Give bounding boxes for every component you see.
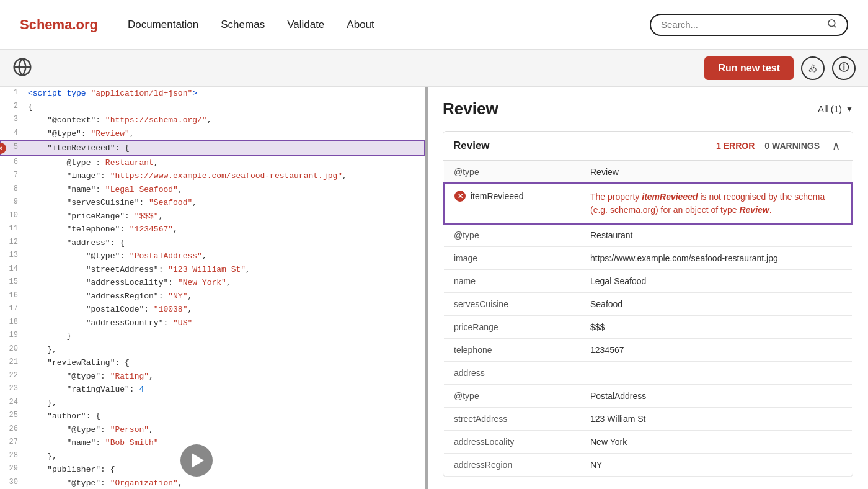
code-line: 6 @type : Restaurant, (1, 156, 425, 170)
code-line: 24 }, (1, 397, 425, 410)
line-number: 11 (1, 223, 23, 236)
row-label: servesCuisine (444, 293, 580, 316)
line-content: "name": "Legal Seafood", (23, 183, 425, 197)
error-dot-icon: ✕ (454, 191, 466, 202)
code-line: 23 "ratingValue": 4 (1, 383, 425, 397)
code-line: 8 "name": "Legal Seafood", (1, 183, 425, 197)
search-input[interactable] (661, 19, 822, 30)
nav-right (650, 14, 848, 36)
row-label: streetAddress (444, 408, 580, 431)
error-msg-type: Review (739, 205, 769, 215)
line-content: "addressLocality": "New York", (23, 276, 425, 290)
results-header: Review All (1) ▼ (443, 99, 853, 119)
logo[interactable]: Schema.org (20, 17, 98, 33)
row-value: PostalAddress (580, 385, 852, 408)
lang-icon: あ (808, 63, 817, 74)
table-row: @type PostalAddress (444, 385, 852, 408)
line-number: 7 (1, 169, 23, 183)
line-number: 24 (1, 397, 23, 410)
nav-schemas[interactable]: Schemas (221, 19, 265, 31)
line-number: 5✕ (1, 141, 23, 156)
code-line: 25 "author": { (1, 410, 425, 423)
code-line: 17 "postalCode": "10038", (1, 303, 425, 316)
run-new-test-button[interactable]: Run new test (704, 56, 794, 80)
code-line: 21 "reviewRating": { (1, 356, 425, 370)
line-content: "@type": "PostalAddress", (23, 249, 425, 263)
play-button[interactable] (180, 444, 213, 477)
line-number: 9 (1, 196, 23, 210)
row-label: @type (444, 385, 580, 408)
top-nav: Schema.org Documentation Schemas Validat… (0, 0, 868, 50)
collapse-button[interactable]: ∧ (830, 139, 843, 153)
error-msg-pre: The property (590, 192, 642, 202)
code-line: 18 "addressCountry": "US" (1, 316, 425, 330)
line-number: 2 (1, 101, 23, 114)
line-number: 21 (1, 356, 23, 370)
row-value: NY (580, 454, 852, 477)
row-label: name (444, 270, 580, 293)
line-number: 15 (1, 276, 23, 290)
results-filter-button[interactable]: All (1) ▼ (818, 104, 853, 114)
line-number: 8 (1, 183, 23, 197)
table-row: priceRange $$$ (444, 316, 852, 339)
filter-label: All (1) (818, 104, 842, 114)
table-row: @type Restaurant (444, 223, 852, 247)
line-content: "@type": "Rating", (23, 370, 425, 384)
error-table-row: ✕ itemRevieeed The property itemRevieeed… (444, 184, 852, 223)
error-indicator-icon: ✕ (0, 143, 6, 154)
nav-about[interactable]: About (347, 19, 374, 31)
error-msg-key: itemRevieeed (642, 192, 698, 202)
line-content: "name": "Bob Smith" (23, 436, 425, 450)
code-line: 12 "address": { (1, 236, 425, 250)
nav-links: Documentation Schemas Validate About (128, 19, 650, 31)
line-content: { (23, 101, 425, 114)
line-number: 17 (1, 303, 23, 316)
code-line: 11 "telephone": "1234567", (1, 223, 425, 236)
code-line: 10 "priceRange": "$$$", (1, 210, 425, 223)
nav-documentation[interactable]: Documentation (128, 19, 198, 31)
code-line: 5✕ "itemRevieeed": { (1, 141, 425, 156)
line-number: 12 (1, 236, 23, 250)
table-row: name Legal Seafood (444, 270, 852, 293)
row-label: addressLocality (444, 431, 580, 454)
toolbar: Run new test あ ⓘ (0, 50, 868, 87)
search-icon (827, 19, 837, 31)
error-count: 1 ERROR (716, 141, 755, 151)
line-content: "@type": "Person", (23, 423, 425, 437)
code-line: 20 }, (1, 343, 425, 357)
line-content: }, (23, 450, 425, 464)
line-content: "priceRange": "$$$", (23, 210, 425, 223)
code-line: 13 "@type": "PostalAddress", (1, 249, 425, 263)
line-content: <script type="application/ld+json"> (23, 87, 425, 101)
line-number: 27 (1, 436, 23, 450)
line-number: 20 (1, 343, 23, 357)
row-label: addressRegion (444, 454, 580, 477)
info-button[interactable]: ⓘ (832, 56, 856, 80)
line-content: }, (23, 397, 425, 410)
line-number: 16 (1, 290, 23, 303)
row-value: New York (580, 431, 852, 454)
row-value: $$$ (580, 316, 852, 339)
code-line: 30 "@type": "Organization", (1, 477, 425, 490)
lang-button[interactable]: あ (801, 56, 825, 80)
code-panel[interactable]: 1<script type="application/ld+json">2{3 … (0, 87, 428, 489)
line-content: } (23, 330, 425, 343)
row-label: address (444, 362, 580, 385)
svg-point-0 (828, 20, 835, 27)
error-msg-end: . (769, 205, 772, 215)
nav-validate[interactable]: Validate (287, 19, 324, 31)
row-label: image (444, 247, 580, 270)
line-number: 1 (1, 87, 23, 101)
card-title: Review (453, 140, 490, 152)
type-label: @type (444, 161, 580, 184)
line-content: }, (23, 343, 425, 357)
table-row: image https://www.example.com/seafood-re… (444, 247, 852, 270)
main-split: 1<script type="application/ld+json">2{3 … (0, 87, 868, 489)
row-value: 1234567 (580, 339, 852, 362)
chevron-down-icon: ▼ (846, 105, 853, 114)
row-value: Seafood (580, 293, 852, 316)
line-number: 18 (1, 316, 23, 330)
row-value: 123 William St (580, 408, 852, 431)
row-value: https://www.example.com/seafood-restaura… (580, 247, 852, 270)
info-icon: ⓘ (839, 61, 849, 74)
